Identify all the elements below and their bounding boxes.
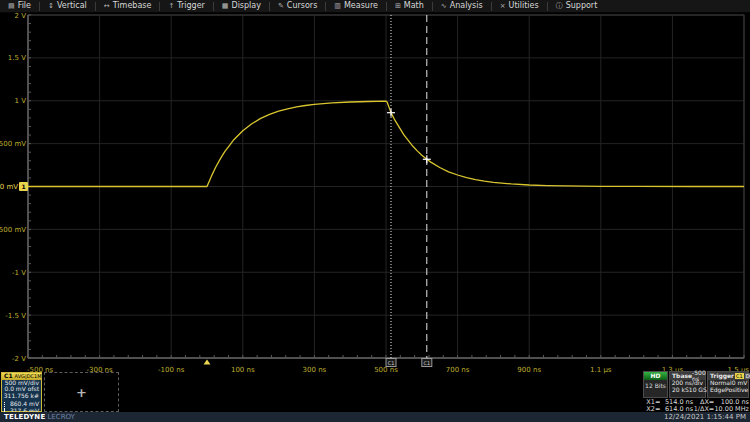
cursor-readout-panel: X1= 514.0 ns ΔX= 100.0 ns X2= 614.0 ns 1…: [643, 399, 749, 413]
y-axis-tick-label: 500 mV: [0, 140, 26, 148]
cursor-x2-handle-label: C1: [423, 360, 430, 366]
y-axis-tick-label: 1 V: [15, 97, 27, 105]
trigger-descriptor-box[interactable]: Trigger C1 DC Normal 0 mV Edge Positive: [707, 371, 749, 398]
y-axis-tick-label: -1 V: [12, 269, 26, 277]
trigger-type: Edge: [710, 387, 725, 394]
channel-c1-sweeps: 311.756 k#: [2, 393, 41, 399]
channel-c1-descriptor-box[interactable]: C1 AVG|DC1M 500 mV/div 0.0 mV ofst 311.7…: [1, 372, 42, 412]
status-bar: TELEDYNELECROY 12/24/2021 1:15:44 PM: [0, 412, 750, 422]
clock: 12/24/2021 1:15:44 PM: [664, 414, 746, 421]
trigger-position-marker[interactable]: [204, 360, 211, 365]
oscilloscope-screen: ▤File↕Vertical↔Timebase↑Trigger▦Display✎…: [0, 0, 750, 422]
brand-logo: TELEDYNELECROY: [4, 414, 75, 421]
y-axis-tick-label: -500 mV: [0, 226, 26, 234]
trigger-slope: Positive: [725, 387, 748, 394]
plus-icon: +: [76, 386, 87, 399]
x-axis-tick-label: 300 ns: [303, 366, 327, 374]
y-axis-tick-label: 2 V: [15, 12, 27, 20]
waveform-display: -500 ns-300 ns-100 ns100 ns300 ns500 ns7…: [0, 0, 750, 422]
x-axis-tick-label: 1.1 µs: [590, 366, 612, 374]
cursor1-line-icon: [4, 402, 5, 407]
timebase-samples: 20 kS: [672, 387, 689, 394]
channel1-ground-marker-number: 1: [21, 183, 25, 190]
y-axis-tick-label: -2 V: [12, 355, 26, 363]
hd-mode-box[interactable]: HD 12 Bits: [643, 371, 668, 398]
x-axis-tick-label: -100 ns: [158, 366, 185, 374]
y-axis-tick-label: 1.5 V: [8, 54, 26, 62]
hd-mode-header: HD: [644, 372, 667, 380]
timebase-descriptor-box[interactable]: Tbase -500 ns 200 ns/div 20 kS 10 GS/s: [669, 371, 706, 398]
cursor-x1-handle-label: C1: [388, 360, 395, 366]
x-axis-tick-label: 900 ns: [517, 366, 541, 374]
y-axis-tick-label: -1.5 V: [5, 312, 26, 320]
zero-level-label: 0 mV: [0, 183, 18, 191]
x-axis-tick-label: 700 ns: [446, 366, 470, 374]
add-trace-box[interactable]: +: [44, 372, 119, 412]
x-axis-tick-label: 100 ns: [231, 366, 255, 374]
hd-bits-label: 12 Bits: [644, 380, 667, 390]
